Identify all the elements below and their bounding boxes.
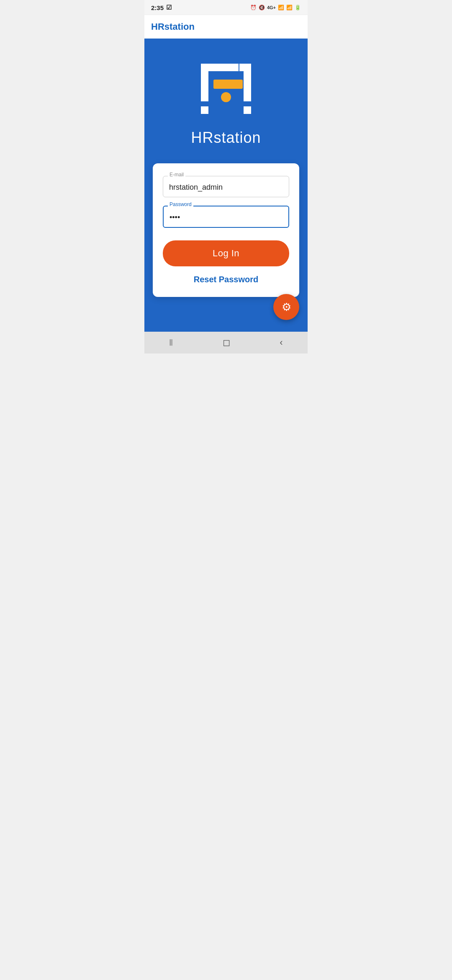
status-icons: ⏰ 🔇 4G+ 📶 📶 🔋 <box>250 5 301 10</box>
main-content: HRstation E-mail Password Log In Reset P… <box>144 39 308 332</box>
settings-icon: ⚙ <box>282 301 291 314</box>
time-display: 2:35 <box>151 4 164 11</box>
status-bar: 2:35 ☑ ⏰ 🔇 4G+ 📶 📶 🔋 <box>144 0 308 15</box>
settings-fab[interactable]: ⚙ <box>273 294 299 320</box>
back-button[interactable]: ‹ <box>280 337 282 348</box>
email-label: E-mail <box>168 172 185 178</box>
reset-password-link[interactable]: Reset Password <box>163 275 289 284</box>
signal-icon: 📶 <box>278 5 284 10</box>
email-input[interactable] <box>163 176 289 197</box>
app-title: HRstation <box>151 21 195 32</box>
svg-rect-1 <box>201 64 239 71</box>
password-label: Password <box>168 201 193 207</box>
network-label: 4G+ <box>267 5 276 10</box>
svg-rect-5 <box>244 106 251 114</box>
svg-rect-7 <box>213 80 243 89</box>
app-bar: HRstation <box>144 15 308 39</box>
logo-container: HRstation <box>191 55 261 147</box>
alarm-icon: ⏰ <box>250 5 257 10</box>
bottom-navigation: ⦀ ◻ ‹ <box>144 332 308 353</box>
home-button[interactable]: ◻ <box>223 337 230 348</box>
status-time: 2:35 ☑ <box>151 4 172 11</box>
signal2-icon: 📶 <box>286 5 293 10</box>
svg-rect-4 <box>239 64 251 71</box>
email-input-group: E-mail <box>163 176 289 197</box>
battery-icon: 🔋 <box>295 5 301 10</box>
password-input-group: Password <box>163 206 289 228</box>
password-input[interactable] <box>163 206 289 228</box>
svg-point-8 <box>221 92 231 102</box>
login-card: E-mail Password Log In Reset Password <box>153 163 299 297</box>
mute-icon: 🔇 <box>259 5 265 10</box>
checkbox-icon: ☑ <box>166 4 172 11</box>
logo-icon <box>193 55 259 122</box>
svg-rect-2 <box>201 106 208 114</box>
recents-button[interactable]: ⦀ <box>169 337 173 348</box>
logo-text: HRstation <box>191 129 261 147</box>
login-button[interactable]: Log In <box>163 240 289 266</box>
